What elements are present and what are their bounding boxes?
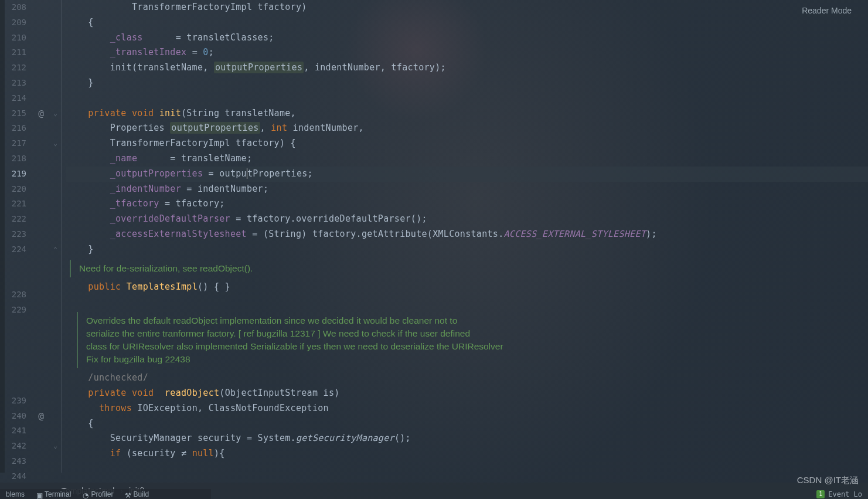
fold-handle-icon[interactable]: ⌃ bbox=[50, 242, 61, 257]
code-line: init(transletName, outputProperties, ind… bbox=[66, 60, 868, 76]
javadoc-block: Need for de-serialization, see readObjec… bbox=[70, 260, 868, 277]
override-icon[interactable]: @ bbox=[32, 409, 50, 424]
tool-window-bar[interactable]: blems ▣Terminal ◔Profiler ⚒Build bbox=[0, 489, 211, 499]
code-line: _indentNumber = indentNumber; bbox=[66, 182, 868, 197]
code-line: private void init(String transletName, bbox=[66, 106, 868, 121]
code-editor[interactable]: 208 209 210 211 212 213 214 215 216 217 … bbox=[0, 0, 868, 473]
code-area[interactable]: TransformerFactoryImpl tfactory) { _clas… bbox=[62, 0, 868, 473]
javadoc-block: Overrides the default readObject impleme… bbox=[77, 312, 868, 368]
toolwin-terminal[interactable]: ▣Terminal bbox=[36, 490, 71, 498]
status-bar-right[interactable]: 1 Event Lo bbox=[816, 489, 862, 499]
code-line: /unchecked/ bbox=[66, 371, 868, 386]
fold-gutter[interactable]: ⌄ ⌄ ⌃ ⌄ bbox=[50, 0, 62, 473]
code-line: _overrideDefaultParser = tfactory.overri… bbox=[66, 212, 868, 227]
override-icon[interactable]: @ bbox=[32, 106, 50, 121]
fold-handle-icon[interactable]: ⌄ bbox=[50, 439, 61, 454]
code-line: } bbox=[66, 76, 868, 91]
code-line: _name = transletName; bbox=[66, 151, 868, 167]
code-line: private void readObject(ObjectInputStrea… bbox=[66, 386, 868, 401]
toolwin-profiler[interactable]: ◔Profiler bbox=[83, 490, 113, 498]
left-rail bbox=[0, 0, 5, 473]
profiler-icon: ◔ bbox=[83, 491, 88, 497]
code-line: { bbox=[66, 416, 868, 432]
terminal-icon: ▣ bbox=[36, 491, 42, 497]
code-line: { bbox=[66, 15, 868, 30]
fold-handle-icon[interactable]: ⌄ bbox=[50, 136, 61, 151]
code-line-current: _outputProperties = outputProperties; bbox=[66, 167, 868, 182]
code-line: _transletIndex = 0; bbox=[66, 45, 868, 60]
code-line bbox=[66, 91, 868, 106]
code-line: throws IOException, ClassNotFoundExcepti… bbox=[66, 401, 868, 416]
code-line: if (security ≠ null){ bbox=[66, 446, 868, 461]
watermark-text: CSDN @IT老涵 bbox=[797, 475, 859, 486]
code-line: SecurityManager security = System.getSec… bbox=[66, 431, 868, 446]
code-line: TransformerFactoryImpl tfactory) bbox=[66, 0, 868, 15]
line-number-gutter[interactable]: 208 209 210 211 212 213 214 215 216 217 … bbox=[0, 0, 32, 473]
hammer-icon: ⚒ bbox=[125, 491, 131, 497]
event-log-label[interactable]: Event Lo bbox=[828, 490, 862, 498]
event-count-badge: 1 bbox=[816, 490, 825, 498]
toolwin-build[interactable]: ⚒Build bbox=[125, 490, 149, 498]
code-line: } bbox=[66, 242, 868, 257]
code-line: _tfactory = tfactory; bbox=[66, 196, 868, 212]
annotation-gutter[interactable]: @ @ bbox=[32, 0, 50, 473]
code-line: public TemplatesImpl() { } bbox=[66, 280, 868, 295]
toolwin-problems[interactable]: blems bbox=[6, 490, 25, 498]
code-line: Properties outputProperties, int indentN… bbox=[66, 121, 868, 136]
code-line: _accessExternalStylesheet = (String) tfa… bbox=[66, 227, 868, 242]
code-line bbox=[66, 294, 868, 310]
code-line: _class = transletClasses; bbox=[66, 30, 868, 46]
fold-handle-icon[interactable]: ⌄ bbox=[50, 106, 61, 121]
code-line: TransformerFactoryImpl tfactory) { bbox=[66, 136, 868, 151]
